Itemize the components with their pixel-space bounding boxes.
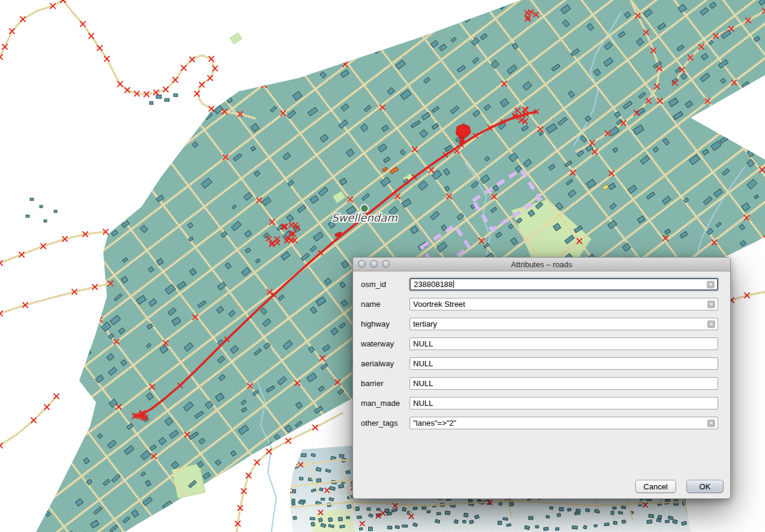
field-value-waterway: NULL	[413, 339, 433, 348]
field-row-other_tags: other_tags"lanes"=>"2"✕	[361, 417, 718, 429]
ok-button[interactable]: OK	[686, 480, 724, 493]
field-value-man_made: NULL	[413, 399, 433, 408]
clear-field-icon[interactable]: ✕	[707, 280, 715, 288]
field-value-other_tags: "lanes"=>"2"	[413, 419, 456, 428]
town-point-icon	[362, 206, 367, 211]
field-row-barrier: barrierNULL	[361, 377, 718, 390]
field-label-name: name	[361, 300, 410, 309]
attribute-fields: osm_id238808188✕nameVoortrek Street✕high…	[353, 271, 730, 429]
osm_id-input[interactable]: 238808188✕	[410, 278, 718, 291]
zoom-window-icon[interactable]	[382, 260, 390, 268]
field-value-highway: tertiary	[413, 319, 437, 328]
qgis-map-stage: Swellendam Attributes – roads osm_id2388…	[0, 0, 765, 532]
highway-input[interactable]: tertiary✕	[410, 318, 718, 330]
traffic-lights	[358, 260, 390, 268]
field-label-man_made: man_made	[361, 399, 410, 408]
name-input[interactable]: Voortrek Street✕	[410, 298, 718, 310]
place-label: Swellendam	[331, 211, 398, 224]
field-value-osm_id: 238808188	[414, 280, 453, 289]
aerialway-input[interactable]: NULL	[410, 357, 718, 370]
field-label-osm_id: osm_id	[361, 280, 410, 289]
clear-field-icon[interactable]: ✕	[707, 419, 715, 427]
field-label-aerialway: aerialway	[361, 359, 410, 368]
clear-field-icon[interactable]: ✕	[707, 320, 715, 328]
field-row-man_made: man_madeNULL	[361, 397, 718, 410]
field-row-aerialway: aerialwayNULL	[361, 357, 718, 370]
close-window-icon[interactable]	[358, 260, 366, 268]
dialog-buttons: Cancel OK	[635, 480, 724, 493]
field-label-waterway: waterway	[361, 339, 410, 348]
field-value-barrier: NULL	[413, 379, 433, 388]
minimize-window-icon[interactable]	[370, 260, 378, 268]
field-value-aerialway: NULL	[413, 359, 433, 368]
field-row-highway: highwaytertiary✕	[361, 318, 718, 330]
field-row-osm_id: osm_id238808188✕	[361, 278, 718, 291]
field-label-other_tags: other_tags	[361, 419, 410, 428]
waterway-input[interactable]: NULL	[410, 337, 718, 350]
other_tags-input[interactable]: "lanes"=>"2"✕	[410, 417, 718, 429]
barrier-input[interactable]: NULL	[410, 377, 718, 390]
dialog-title: Attributes – roads	[511, 260, 572, 269]
attributes-dialog: Attributes – roads osm_id238808188✕nameV…	[352, 257, 731, 499]
field-label-barrier: barrier	[361, 379, 410, 388]
field-label-highway: highway	[361, 319, 410, 328]
cancel-button[interactable]: Cancel	[635, 480, 676, 493]
dialog-titlebar[interactable]: Attributes – roads	[353, 258, 730, 271]
text-caret	[453, 280, 454, 288]
man_made-input[interactable]: NULL	[410, 397, 718, 410]
field-value-name: Voortrek Street	[413, 300, 465, 309]
clear-field-icon[interactable]: ✕	[707, 300, 715, 308]
field-row-name: nameVoortrek Street✕	[361, 298, 718, 310]
field-row-waterway: waterwayNULL	[361, 337, 718, 350]
